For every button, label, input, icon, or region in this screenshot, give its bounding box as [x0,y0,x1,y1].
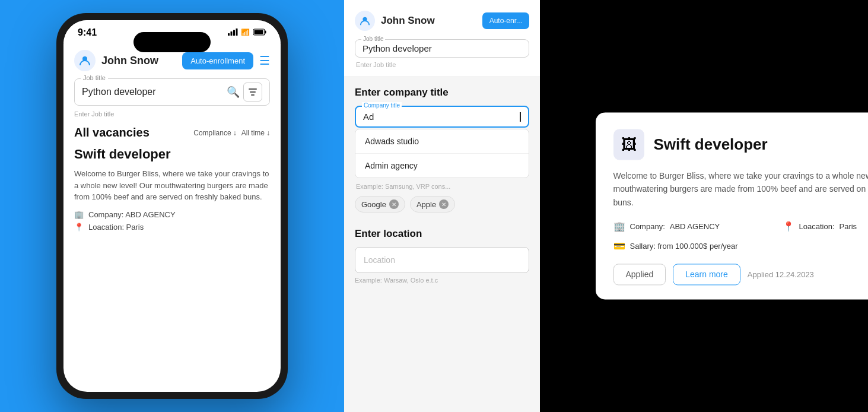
middle-content: John Snow Auto-enr... Job title Python d… [344,0,540,291]
job-input-row: Python developer 🔍 [82,83,262,102]
svg-rect-0 [228,33,230,36]
search-icon-phone[interactable]: 🔍 [227,85,240,99]
alltime-filter-phone[interactable]: All time ↓ [241,129,270,137]
menu-icon-left[interactable]: ☰ [259,53,270,68]
company-field-wrapper: Company title Ad [355,106,529,128]
card-header: 🖼 Swift developer [613,129,869,160]
suggestion-adwads[interactable]: Adwads studio [355,129,529,154]
card-meta-grid: 🏢 Company: ABD AGENCY 📍 Loacation: Paris [613,221,869,233]
svg-rect-2 [233,30,235,36]
svg-rect-3 [236,28,238,36]
left-panel: 9:41 📶 [0,0,344,412]
company-tags: Google ✕ Apple ✕ [355,196,529,213]
job-title-field-phone: Job title Python developer 🔍 [74,78,270,106]
card-image-icon: 🖼 [621,135,637,154]
svg-text:📶: 📶 [241,28,250,36]
mid-auto-btn[interactable]: Auto-enr... [482,12,529,29]
tag-google-label: Google [361,200,386,209]
location-title: Enter location [355,228,529,240]
avatar-icon-left [74,50,96,71]
phone-screen: 9:41 📶 [63,20,281,392]
middle-header: John Snow Auto-enr... Job title Python d… [344,0,540,77]
card-title: Swift developer [654,135,768,154]
dynamic-island [133,32,211,52]
tag-google: Google ✕ [355,196,405,213]
right-panel: 🖼 Swift developer Welcome to Burger Blis… [540,0,868,412]
company-hint: Example: Samsung, VRP cons... [355,183,529,190]
company-field-label: Company title [362,102,402,109]
phone-content: John Snow Auto-enrollment ☰ Job title Py… [63,43,281,232]
location-field[interactable]: Location [355,247,529,273]
cursor-blink [520,112,521,122]
mid-avatar [355,11,375,31]
tag-apple: Apple ✕ [410,196,455,213]
mid-job-hint: Enter Job title [355,61,529,68]
card-salary: Sallary: from 100.000$ per/year [630,242,738,251]
status-icons: 📶 [228,28,266,37]
job-hint-phone: Enter Job title [74,110,270,118]
company-input-value: Ad [363,112,519,122]
suggestion-admin[interactable]: Admin agency [355,154,529,178]
job-title-value-phone: Python developer [82,87,223,97]
battery-icon [253,28,266,37]
card-actions: Applied Learn more Applied 12.24.2023 Ma… [613,264,869,286]
building-meta-icon: 🏢 [613,221,625,233]
job-card-location-phone: 📍 Loacation: Paris [74,223,270,232]
signal-icon [228,28,238,37]
job-card-title-phone: Swift developer [74,147,270,162]
pin-meta-icon: 📍 [783,221,794,233]
middle-panel: John Snow Auto-enr... Job title Python d… [344,0,540,412]
tag-apple-close[interactable]: ✕ [439,199,449,209]
job-card-desc-phone: Welcome to Burger Bliss, where we take y… [74,168,270,203]
location-section: Enter location Location Example: Warsaw,… [344,220,540,291]
phone-frame: 9:41 📶 [56,13,288,399]
company-dropdown: Adwads studio Admin agency [355,129,529,178]
filter-row-phone: Compliance ↓ All time ↓ [193,129,270,137]
card-location-meta: 📍 Loacation: Paris [783,221,869,233]
wifi-icon: 📶 [241,28,250,37]
job-title-label-phone: Job title [81,74,108,81]
svg-rect-7 [255,30,263,34]
job-detail-card: 🖼 Swift developer Welcome to Burger Blis… [596,112,869,299]
mid-user-name: John Snow [381,15,476,27]
card-location-value: Paris [840,223,857,232]
mid-job-title-field: Job title Python developer [355,39,529,58]
vacancies-header-phone: All vacancies Compliance ↓ All time ↓ [74,126,270,140]
card-salary-row: 💳 Sallary: from 100.000$ per/year [613,241,869,252]
card-description: Welcome to Burger Bliss, where we take y… [613,169,869,209]
company-input-row[interactable]: Ad [363,112,521,122]
salary-icon: 💳 [613,241,625,252]
company-section-title: Enter company title [355,87,529,99]
mid-header-row: John Snow Auto-enr... [355,11,529,31]
tag-google-close[interactable]: ✕ [389,199,399,209]
card-company-meta: 🏢 Company: ABD AGENCY [613,221,771,233]
svg-rect-1 [231,31,233,36]
card-company-label: Company: [630,223,665,232]
status-time: 9:41 [78,27,97,38]
card-icon: 🖼 [613,129,644,160]
job-card-company-phone: 🏢 Company: ABD AGENCY [74,210,270,219]
card-location-label: Loacation: [799,223,835,232]
mid-job-title-value: Python developer [363,43,446,53]
applied-button[interactable]: Applied [613,264,666,286]
svg-rect-10 [250,91,256,93]
profile-filter-icon-phone[interactable] [243,83,262,102]
svg-rect-6 [265,30,266,33]
compliance-filter-phone[interactable]: Compliance ↓ [193,129,236,137]
company-section: Enter company title Company title Ad Adw… [344,77,540,220]
location-placeholder: Location [364,255,395,265]
tag-apple-label: Apple [416,200,436,209]
location-icon-phone: 📍 [74,223,84,232]
building-icon-phone: 🏢 [74,210,84,219]
svg-rect-9 [249,88,257,90]
mid-job-title-label: Job title [361,36,385,42]
location-hint: Example: Warsaw, Oslo e.t.c [355,277,529,284]
phone-user-name: John Snow [101,55,176,67]
vacancies-title-phone: All vacancies [74,126,150,140]
svg-rect-11 [251,94,255,96]
auto-enrollment-button[interactable]: Auto-enrollment [182,52,253,69]
job-card-phone: Swift developer Welcome to Burger Bliss,… [74,147,270,232]
learn-more-button[interactable]: Learn more [673,264,740,286]
card-company-value: ABD AGENCY [670,223,720,232]
applied-date: Applied 12.24.2023 [748,270,866,279]
